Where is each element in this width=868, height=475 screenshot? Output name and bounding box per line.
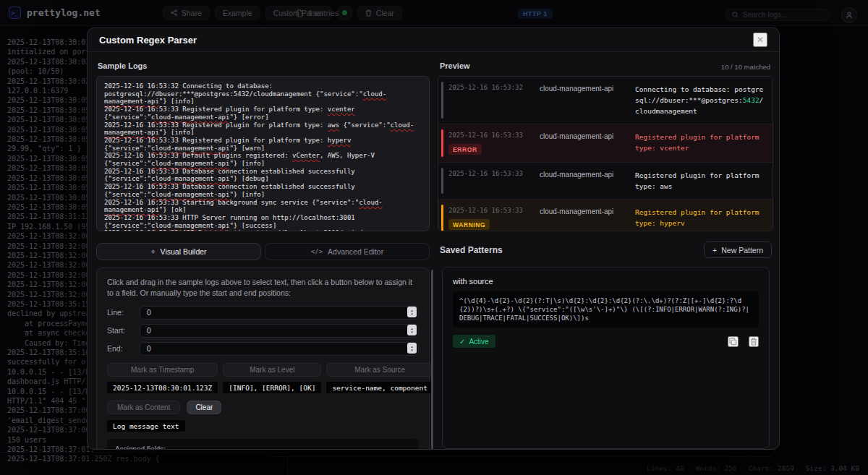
copy-pattern-button[interactable]	[728, 336, 739, 347]
sample-log-line: 2025-12-16 16:53:33 Registered plugin fo…	[104, 106, 422, 121]
timestamp-example-chip: 2025-12-13T08:30:01.123Z	[107, 382, 218, 393]
pattern-name: with source	[453, 277, 759, 286]
row-message: Registered plugin for platform type: aws	[635, 170, 764, 192]
preview-row: 2025-12-16 16:53:33WARNINGcloud-manageme…	[438, 199, 773, 231]
row-timestamp: 2025-12-16 16:53:33	[448, 170, 529, 177]
close-icon: ✕	[757, 35, 764, 45]
active-badge: ✓ Active	[453, 335, 495, 348]
severity-bar	[441, 205, 443, 231]
line-input[interactable]	[140, 306, 419, 320]
preview-row: 2025-12-16 16:53:33cloud-management-apiR…	[438, 162, 773, 199]
mark-as-level-button[interactable]: Mark as Level	[223, 363, 321, 377]
assigned-fields-label: Assigned fields:	[115, 445, 411, 450]
sample-log-line: 2025-12-16 16:53:32 Connecting to databa…	[104, 82, 422, 106]
trash-icon	[750, 338, 757, 346]
start-input[interactable]	[140, 324, 419, 338]
row-timestamp: 2025-12-16 16:53:32	[448, 84, 529, 91]
end-stepper[interactable]: ▲▼	[407, 343, 417, 354]
tab-visual-builder[interactable]: ⌖ Visual Builder	[96, 243, 261, 260]
sample-log-line: 2025-12-16 16:53:33 Default plugins regi…	[104, 152, 422, 167]
row-source: cloud-management-api	[540, 84, 625, 116]
row-message: Registered plugin for platform type: vce…	[635, 132, 764, 155]
sample-log-line: 2025-12-16 16:53:33 API Documentation: h…	[104, 229, 422, 231]
modal-title: Custom Regex Parser	[99, 35, 197, 46]
delete-pattern-button[interactable]	[749, 336, 759, 347]
visual-builder-icon: ⌖	[150, 247, 155, 257]
mark-as-content-button[interactable]: Mark as Content	[107, 401, 180, 414]
row-timestamp: 2025-12-16 16:53:33	[448, 132, 529, 139]
sample-log-line: 2025-12-16 16:53:33 Database connection …	[104, 183, 422, 198]
preview-list: 2025-12-16 16:53:32cloud-management-apiC…	[438, 76, 773, 231]
visual-builder-panel: Click and drag in the sample logs above …	[96, 268, 430, 450]
modal-header: Custom Regex Parser ✕	[88, 28, 779, 52]
builder-instructions: Click and drag in the sample logs above …	[107, 277, 419, 299]
start-label: Start:	[107, 326, 140, 335]
row-timestamp: 2025-12-16 16:53:33	[448, 207, 529, 214]
close-button[interactable]: ✕	[753, 33, 767, 47]
tab-advanced-editor[interactable]: </> Advanced Editor	[265, 243, 430, 260]
level-example-chip: [INFO], [ERROR], [OK]	[223, 382, 321, 393]
preview-label: Preview	[440, 61, 470, 70]
sample-log-line: 2025-12-16 16:53:33 HTTP Server running …	[104, 214, 422, 229]
row-message: Connecting to database: postgresql://dbu…	[635, 84, 764, 116]
preview-matched-count: 10 / 10 matched	[721, 63, 770, 71]
stepper-down-icon[interactable]: ▼	[410, 348, 413, 352]
preview-row: 2025-12-16 16:53:32cloud-management-apiC…	[438, 77, 773, 124]
line-label: Line:	[107, 308, 140, 317]
custom-regex-parser-modal: Custom Regex Parser ✕ Sample Logs 2025-1…	[87, 27, 780, 450]
row-source: cloud-management-api	[540, 170, 625, 192]
copy-icon	[729, 338, 737, 346]
code-icon: </>	[311, 248, 323, 255]
builder-scrollbar[interactable]	[431, 270, 433, 449]
end-label: End:	[107, 344, 140, 353]
preview-row: 2025-12-16 16:53:33ERRORcloud-management…	[438, 124, 773, 162]
assigned-fields-box: Assigned fields: ✓Timestamp (Group 1)✓Le…	[107, 439, 419, 450]
sample-log-line: 2025-12-16 16:53:33 Registered plugin fo…	[104, 121, 422, 137]
sample-log-line: 2025-12-16 16:53:33 Starting background …	[104, 199, 422, 214]
new-pattern-button[interactable]: + New Pattern	[704, 241, 772, 258]
plus-icon: +	[712, 246, 717, 254]
tab-visual-builder-label: Visual Builder	[161, 247, 207, 256]
level-badge: WARNING	[448, 219, 490, 230]
check-icon: ✓	[459, 338, 465, 346]
sample-logs-box[interactable]: 2025-12-16 16:53:32 Connecting to databa…	[96, 76, 430, 231]
mark-as-source-button[interactable]: Mark as Source	[326, 363, 433, 377]
source-example-chip: service-name, component	[326, 382, 433, 393]
pattern-regex: ^(\d{4}-\d{2}-\d{2}(?:T|\s)\d{2}:\d{2}:\…	[453, 291, 759, 328]
active-label: Active	[469, 338, 488, 346]
start-stepper[interactable]: ▲▼	[407, 325, 417, 335]
stepper-down-icon[interactable]: ▼	[410, 312, 413, 316]
clear-selection-button[interactable]: Clear	[187, 401, 221, 414]
tab-advanced-editor-label: Advanced Editor	[328, 247, 383, 256]
row-source: cloud-management-api	[540, 132, 625, 155]
line-stepper[interactable]: ▲▼	[407, 307, 417, 317]
saved-patterns-label: Saved Patterns	[440, 245, 503, 255]
sample-logs-label: Sample Logs	[98, 61, 147, 70]
content-example-chip: Log message text	[107, 420, 185, 432]
severity-bar	[441, 168, 443, 194]
severity-bar	[441, 129, 443, 157]
sample-log-line: 2025-12-16 16:53:33 Registered plugin fo…	[104, 137, 422, 152]
sample-log-line: 2025-12-16 16:53:33 Database connection …	[104, 168, 422, 183]
row-message: Registered plugin for platform type: hyp…	[635, 207, 764, 230]
mark-as-timestamp-button[interactable]: Mark as Timestamp	[107, 363, 218, 377]
level-badge: ERROR	[448, 144, 482, 155]
new-pattern-label: New Pattern	[721, 246, 763, 254]
severity-bar	[441, 82, 443, 119]
saved-pattern-card: with source ^(\d{4}-\d{2}-\d{2}(?:T|\s)\…	[442, 267, 770, 449]
row-source: cloud-management-api	[540, 207, 625, 230]
stepper-down-icon[interactable]: ▼	[410, 330, 413, 334]
end-input[interactable]	[140, 342, 419, 356]
